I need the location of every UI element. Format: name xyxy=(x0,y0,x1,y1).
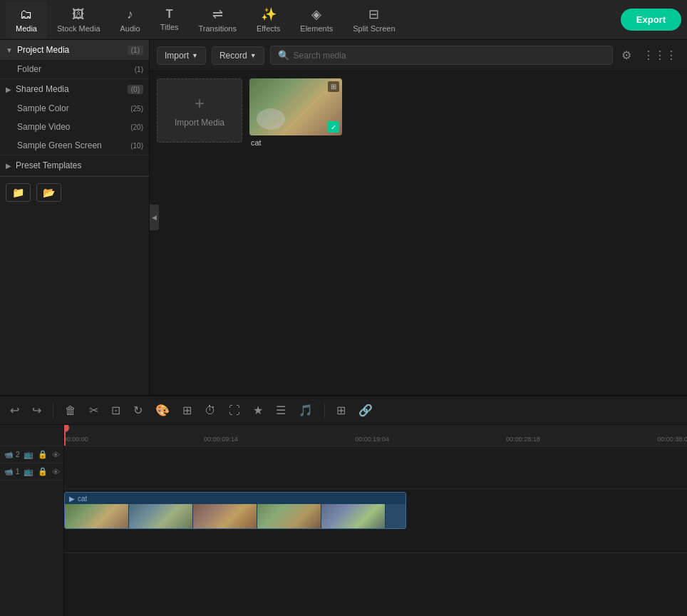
nav-split-screen[interactable]: ⊟ Split Screen xyxy=(343,1,405,38)
adjust-button[interactable]: ☰ xyxy=(272,401,290,420)
collapse-sidebar-button[interactable]: ◀ xyxy=(150,205,159,230)
grid-view-button[interactable]: ⋮⋮⋮ xyxy=(640,46,680,65)
timeline-clip-cat[interactable]: ▶ cat xyxy=(64,492,406,529)
track-2-lock-button[interactable]: 🔒 xyxy=(37,449,48,460)
record-chevron-icon: ▼ xyxy=(250,52,257,59)
link-button[interactable]: 🔗 xyxy=(354,401,377,420)
video-track-2-icon: 📹 xyxy=(4,451,13,458)
sidebar-item-sample-color[interactable]: Sample Color (25) xyxy=(0,99,149,118)
toolbar-separator-1 xyxy=(53,404,53,418)
star-button[interactable]: ★ xyxy=(249,401,267,420)
undo-button[interactable]: ↩ xyxy=(6,401,24,420)
record-button[interactable]: Record ▼ xyxy=(212,46,264,65)
preset-templates-section: ▶ Preset Templates xyxy=(0,155,149,176)
audio-icon: ♪ xyxy=(127,7,133,22)
nav-effects[interactable]: ✨ Effects xyxy=(247,1,290,38)
cut-button[interactable]: ✂ xyxy=(85,401,103,420)
arrow-down-icon: ▼ xyxy=(6,46,13,54)
media-grid: + Import Media ⊞ ✓ cat xyxy=(150,71,687,395)
content-toolbar: Import ▼ Record ▼ 🔍 ⚙ ⋮⋮⋮ xyxy=(150,40,687,71)
titles-icon: T xyxy=(166,8,173,21)
video-track-1-icon: 📹 xyxy=(4,468,13,476)
timeline-content: 00:00:00:00 00:00:09:14 00:00:19:04 00:0… xyxy=(64,425,687,616)
clip-thumb-5 xyxy=(321,504,386,528)
search-bar: 🔍 xyxy=(270,46,613,65)
new-folder-button[interactable]: 📂 xyxy=(36,183,61,202)
media-tile-cat[interactable]: ⊞ ✓ cat xyxy=(249,78,342,148)
timeline-toolbar: ↩ ↪ 🗑 ✂ ⊡ ↻ 🎨 ⊞ ⏱ ⛶ ★ ☰ 🎵 ⊞ 🔗 xyxy=(0,396,687,425)
ruler-mark-0: 00:00:00:00 xyxy=(64,436,88,443)
ruler-spacer xyxy=(0,425,63,446)
stock-media-icon: 🖼 xyxy=(72,7,85,22)
sidebar-wrapper: ▼ Project Media (1) Folder (1) ▶ Shared … xyxy=(0,40,150,395)
media-icon: 🗂 xyxy=(20,7,33,22)
project-media-section: ▼ Project Media (1) Folder (1) xyxy=(0,40,149,79)
transitions-icon: ⇌ xyxy=(212,6,223,22)
sidebar-item-sample-green-screen[interactable]: Sample Green Screen (10) xyxy=(0,136,149,155)
clip-thumb-4 xyxy=(257,504,321,528)
rotate-button[interactable]: ↻ xyxy=(129,401,147,420)
fullscreen-button[interactable]: ⛶ xyxy=(224,401,244,420)
nav-elements-label: Elements xyxy=(300,24,333,33)
search-icon: 🔍 xyxy=(278,50,289,61)
sample-color-count: (25) xyxy=(130,105,143,113)
timer-button[interactable]: ⏱ xyxy=(200,401,220,420)
sidebar-bottom: 📁 📂 xyxy=(0,176,149,207)
crop-button[interactable]: ⊡ xyxy=(107,401,125,420)
timeline-tracks: ▶ cat xyxy=(64,446,687,616)
track-2-eye-button[interactable]: 👁 xyxy=(51,449,61,460)
track-2-number: 2 xyxy=(16,451,20,458)
nav-stock-media[interactable]: 🖼 Stock Media xyxy=(47,1,110,38)
sidebar-item-folder[interactable]: Folder (1) xyxy=(0,60,149,78)
track-1-number: 1 xyxy=(16,468,20,476)
sidebar-item-project-media[interactable]: ▼ Project Media (1) xyxy=(0,40,149,60)
timeline-track-labels: 📹 2 📺 🔒 👁 📹 1 📺 🔒 👁 xyxy=(0,425,64,616)
shared-media-count: (0) xyxy=(128,85,143,94)
timeline-playhead[interactable] xyxy=(64,425,66,446)
nav-titles[interactable]: T Titles xyxy=(150,1,189,38)
clip-play-icon: ▶ xyxy=(69,495,75,503)
timeline-ruler[interactable]: 00:00:00:00 00:00:09:14 00:00:19:04 00:0… xyxy=(64,425,687,446)
clip-thumb-1 xyxy=(65,504,129,528)
nav-elements[interactable]: ◈ Elements xyxy=(290,1,343,38)
ruler-mark-4: 00:00:38:08 xyxy=(657,436,687,443)
nav-audio[interactable]: ♪ Audio xyxy=(110,1,150,38)
nav-stock-media-label: Stock Media xyxy=(57,24,100,33)
export-button[interactable]: Export xyxy=(621,9,681,31)
track-1-eye-button[interactable]: 👁 xyxy=(51,466,61,477)
video-format-icon: ⊞ xyxy=(328,81,339,92)
sidebar-item-shared-media[interactable]: ▶ Shared Media (0) xyxy=(0,79,149,99)
sample-video-label: Sample Video xyxy=(17,122,130,132)
track-2-monitor-button[interactable]: 📺 xyxy=(23,449,34,460)
preset-templates-label: Preset Templates xyxy=(16,160,143,170)
track-1-lock-button[interactable]: 🔒 xyxy=(37,466,48,477)
nav-split-screen-label: Split Screen xyxy=(353,24,395,33)
sample-green-screen-label: Sample Green Screen xyxy=(17,140,130,150)
add-folder-button[interactable]: 📁 xyxy=(6,183,31,202)
nav-transitions[interactable]: ⇌ Transitions xyxy=(189,1,247,38)
playhead-head xyxy=(64,425,69,432)
screenshot-button[interactable]: ⊞ xyxy=(178,401,196,420)
import-chevron-icon: ▼ xyxy=(192,52,198,59)
ruler-mark-1: 00:00:09:14 xyxy=(204,436,238,443)
import-button[interactable]: Import ▼ xyxy=(157,46,206,65)
filter-button[interactable]: ⚙ xyxy=(619,46,634,65)
track-1-monitor-button[interactable]: 📺 xyxy=(23,466,34,477)
track-1-icons: 📺 🔒 👁 xyxy=(23,466,61,477)
sidebar-item-preset-templates[interactable]: ▶ Preset Templates xyxy=(0,155,149,175)
project-media-label: Project Media xyxy=(17,45,128,55)
search-input[interactable] xyxy=(294,51,605,61)
nav-transitions-label: Transitions xyxy=(199,24,237,33)
sidebar-item-sample-video[interactable]: Sample Video (20) xyxy=(0,118,149,136)
redo-button[interactable]: ↪ xyxy=(28,401,46,420)
color-button[interactable]: 🎨 xyxy=(151,401,174,420)
snap-button[interactable]: ⊞ xyxy=(332,401,350,420)
shared-media-section: ▶ Shared Media (0) Sample Color (25) Sam… xyxy=(0,79,149,155)
delete-button[interactable]: 🗑 xyxy=(61,401,81,420)
nav-media[interactable]: 🗂 Media xyxy=(6,1,47,38)
record-label: Record xyxy=(219,51,247,61)
nav-media-label: Media xyxy=(16,24,37,33)
import-media-tile[interactable]: + Import Media xyxy=(157,78,242,143)
clip-thumbnails xyxy=(65,504,406,528)
audio-button[interactable]: 🎵 xyxy=(294,401,317,420)
